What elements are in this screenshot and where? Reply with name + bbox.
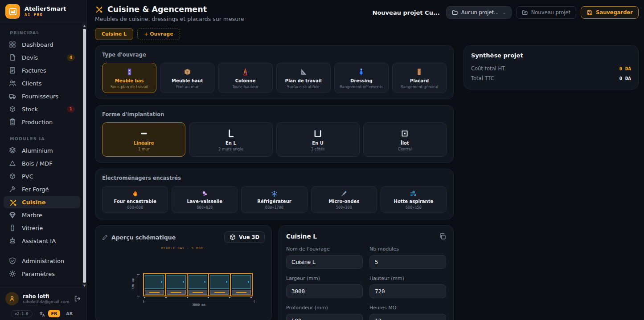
nom-ouvrage-input[interactable]: [286, 255, 363, 269]
type-card-placard[interactable]: Placard Rangement général: [392, 63, 447, 93]
sidebar-item-production[interactable]: Production: [4, 116, 80, 128]
field-label: Hauteur (mm): [369, 275, 446, 281]
sidebar-item-assistant-ia[interactable]: Assistant IA: [4, 235, 80, 247]
lang-fr-button[interactable]: FR: [48, 310, 61, 317]
type-card-sub: Toute hauteur: [220, 85, 270, 89]
shape-card-ilot[interactable]: Îlot Central: [363, 122, 447, 157]
sidebar-item-aluminium[interactable]: Aluminium: [4, 144, 80, 157]
logout-icon[interactable]: [74, 295, 81, 302]
type-card-dressing[interactable]: Dressing Rangement vêtements: [334, 63, 389, 93]
sidebar-item-administration[interactable]: Administration: [4, 255, 80, 267]
profondeur-input[interactable]: [286, 314, 363, 320]
ruler-icon: [279, 67, 328, 76]
field-label: Heures MO: [369, 305, 446, 311]
shape-card-label: En L: [191, 141, 270, 146]
lang-ar-button[interactable]: AR: [63, 310, 76, 317]
form-title: Cuisine L: [286, 233, 317, 240]
sidebar-item-parametres[interactable]: Paramètres: [4, 267, 80, 280]
type-card-meuble-bas[interactable]: Meuble bas Sous plan de travail: [102, 63, 156, 93]
sidebar-item-cuisine[interactable]: Cuisine: [4, 196, 80, 208]
sidebar-item-dashboard[interactable]: Dashboard: [4, 38, 80, 51]
appliance-dims: 600×600: [104, 205, 166, 210]
tower-icon: [220, 67, 270, 76]
new-project-button[interactable]: Nouveau projet: [516, 6, 576, 19]
field-label: Nom de l'ouvrage: [286, 246, 363, 252]
cabinet-module: [144, 274, 165, 296]
type-card-sub: Surface stratifiée: [279, 85, 328, 89]
scroll-down-arrow-icon[interactable]: ▼: [82, 284, 86, 288]
dashboard-icon: [9, 41, 16, 48]
appliance-card-hotte[interactable]: Hotte aspirante 600×150: [381, 186, 447, 213]
page-subtitle: Meubles de cuisine, dressings et placard…: [95, 16, 244, 22]
island-shape-icon: [365, 129, 444, 138]
sidebar-item-marbre[interactable]: Marbre: [4, 209, 80, 221]
width-dimension-label: 3000 mm: [143, 303, 254, 307]
summary-value-ht: 0 DA: [619, 66, 632, 72]
appliance-label: Réfrigérateur: [243, 199, 305, 204]
users-icon: [9, 80, 16, 87]
main-content: Cuisine & Agencement Meubles de cuisine,…: [87, 0, 644, 320]
sidebar-item-pvc[interactable]: PVC: [4, 170, 80, 182]
project-select-value: Aucun projet...: [461, 9, 499, 16]
shape-card-sub: 1 mur: [104, 147, 183, 151]
appliance-card-refrigerateur[interactable]: Réfrigérateur 600×1780: [241, 186, 307, 213]
field-heures-mo: Heures MO: [369, 305, 446, 320]
add-ouvrage-tab[interactable]: + Ouvrage: [137, 28, 180, 40]
project-select-dropdown[interactable]: Aucun projet... ⌄: [446, 6, 512, 19]
shape-card-lineaire[interactable]: Linéaire 1 mur: [102, 122, 185, 157]
heures-mo-input[interactable]: [369, 314, 446, 320]
hauteur-input[interactable]: [369, 284, 446, 298]
scroll-up-arrow-icon[interactable]: ▲: [82, 24, 86, 28]
shape-card-en-l[interactable]: En L 2 murs angle: [189, 122, 272, 157]
sidebar-item-bois-mdf[interactable]: Bois / MDF: [4, 157, 80, 170]
gear-icon: [9, 270, 16, 277]
triangle-icon: [9, 160, 16, 167]
nb-modules-input[interactable]: [369, 255, 446, 269]
line-shape-icon: [104, 129, 183, 138]
sidebar-item-fer-forge[interactable]: Fer Forgé: [4, 183, 80, 195]
appliances-panel: Électroménagers encastrés Four encastrab…: [95, 169, 454, 219]
view-3d-button[interactable]: Vue 3D: [224, 231, 265, 243]
type-card-label: Colonne: [220, 78, 270, 83]
sidebar-item-devis[interactable]: Devis 4: [4, 51, 80, 64]
sidebar-item-label: Assistant IA: [22, 238, 56, 244]
save-button[interactable]: Sauvegarder: [581, 6, 639, 19]
sidebar-item-stock[interactable]: Stock 1: [4, 103, 80, 115]
duplicate-icon[interactable]: [439, 233, 446, 240]
sidebar-scrollbar[interactable]: ▲ ▼: [82, 24, 86, 288]
sidebar-item-fournisseurs[interactable]: Fournisseurs: [4, 90, 80, 102]
bottle-icon: [9, 224, 16, 231]
type-card-sub: Rangement général: [394, 85, 444, 89]
type-card-colonne[interactable]: Colonne Toute hauteur: [218, 63, 272, 93]
package-icon: [162, 67, 212, 76]
type-card-meuble-haut[interactable]: Meuble haut Fixé au mur: [160, 63, 214, 93]
page-title: Cuisine & Agencement: [95, 5, 244, 14]
hood-icon: [383, 190, 444, 197]
field-nom-ouvrage: Nom de l'ouvrage: [286, 246, 363, 269]
sidebar-item-factures[interactable]: Factures: [4, 64, 80, 77]
translate-icon: [39, 311, 45, 317]
shape-card-en-u[interactable]: En U 3 côtés: [276, 122, 360, 157]
appliance-card-lave-vaisselle[interactable]: Lave-vaisselle 600×820: [172, 186, 238, 213]
shape-card-sub: 2 murs angle: [191, 147, 270, 151]
door-knob: [161, 281, 162, 283]
appliance-card-four[interactable]: Four encastrable 600×600: [102, 186, 168, 213]
shield-icon: [9, 257, 16, 264]
sidebar-item-clients[interactable]: Clients: [4, 77, 80, 89]
largeur-input[interactable]: [286, 284, 363, 298]
sidebar-item-vitrerie[interactable]: Vitrerie: [4, 222, 80, 234]
tab-cuisine-l[interactable]: Cuisine L: [95, 28, 133, 40]
door-knob: [248, 281, 249, 283]
sidebar-item-label: Production: [22, 119, 53, 126]
height-dimension-label: 720 mm: [131, 278, 135, 289]
fridge-icon: [243, 190, 305, 197]
avatar: [5, 292, 19, 305]
appliance-card-micro-ondes[interactable]: Micro-ondes 500×300: [311, 186, 377, 213]
type-card-label: Dressing: [336, 78, 386, 83]
scrollbar-thumb[interactable]: [83, 29, 86, 283]
schematic-preview-panel: Aperçu schématique Vue 3D MEUBLE BAS - 5…: [95, 225, 272, 320]
type-ouvrage-title: Type d'ouvrage: [102, 52, 447, 58]
sidebar-item-label: Paramètres: [22, 271, 55, 277]
type-card-plan-travail[interactable]: Plan de travail Surface stratifiée: [276, 63, 331, 93]
project-summary-panel: Synthèse projet Coût total HT 0 DA Total…: [464, 45, 639, 89]
